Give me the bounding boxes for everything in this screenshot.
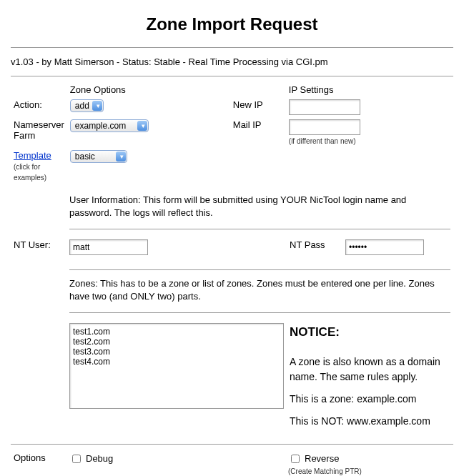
zones-textarea[interactable]: test1.com test2.com test3.com test4.com xyxy=(69,323,284,409)
user-info-text: User Information: This form will be subm… xyxy=(69,194,450,219)
nt-pass-label: NT Pass xyxy=(287,237,342,257)
divider xyxy=(11,444,453,445)
divider xyxy=(69,269,450,270)
ip-settings-header: IP Settings xyxy=(286,82,453,97)
reverse-note: (Create Matching PTR) xyxy=(288,467,362,475)
template-note: (click for examples) xyxy=(14,163,46,182)
mail-ip-label: Mail IP xyxy=(230,117,286,148)
reverse-label: Reverse xyxy=(305,453,339,464)
page-title: Zone Import Request xyxy=(11,14,453,34)
nt-user-input[interactable] xyxy=(69,239,148,255)
notice-p2: This is a zone: example.com xyxy=(290,392,450,407)
mail-ip-input[interactable] xyxy=(289,119,360,135)
nt-user-label: NT User: xyxy=(11,237,66,257)
notice-box: NOTICE: A zone is also known as a domain… xyxy=(290,323,450,429)
action-label: Action: xyxy=(11,97,67,117)
debug-label: Debug xyxy=(86,453,113,464)
divider xyxy=(11,47,453,48)
version-line: v1.03 - by Matt Simerson - Status: Stabl… xyxy=(11,56,453,67)
nameserver-farm-label: Nameserver Farm xyxy=(11,117,67,148)
debug-checkbox[interactable] xyxy=(72,455,81,463)
form-table: Zone Options IP Settings Action: add New… xyxy=(11,82,453,184)
mail-ip-note: (if different than new) xyxy=(289,137,356,145)
divider xyxy=(69,229,450,229)
notice-p3: This is NOT: www.example.com xyxy=(290,414,450,429)
options-label: Options xyxy=(11,450,66,476)
action-select[interactable]: add xyxy=(70,99,104,112)
new-ip-label: New IP xyxy=(230,97,286,117)
notice-p1: A zone is also known as a domain name. T… xyxy=(290,354,450,385)
template-link[interactable]: Template xyxy=(14,150,51,161)
divider xyxy=(69,312,450,313)
zones-info-text: Zones: This has to be a zone or list of … xyxy=(69,277,450,302)
template-select[interactable]: basic xyxy=(70,150,127,163)
reverse-checkbox[interactable] xyxy=(291,455,300,463)
zone-options-header: Zone Options xyxy=(67,82,230,97)
new-ip-input[interactable] xyxy=(289,99,360,115)
nt-pass-input[interactable] xyxy=(345,239,424,255)
divider xyxy=(11,76,453,76)
notice-heading: NOTICE: xyxy=(290,323,450,342)
farm-select[interactable]: example.com xyxy=(70,119,149,132)
